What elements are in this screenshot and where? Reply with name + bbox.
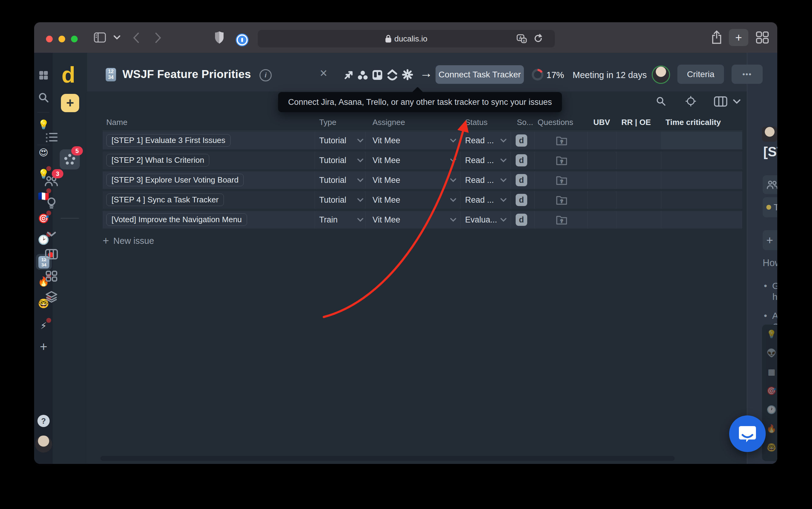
meeting-countdown[interactable]: Meeting in 12 days	[573, 70, 644, 80]
panel-status-pill[interactable]: T	[763, 197, 777, 217]
source-ducalis-badge[interactable]: d	[516, 174, 527, 186]
question-folder-icon[interactable]: ?	[556, 214, 567, 225]
issue-name[interactable]: [STEP 2] What Is Criterion	[106, 154, 209, 166]
chevron-down-icon[interactable]	[450, 138, 456, 143]
question-folder-icon[interactable]: ?	[556, 155, 567, 166]
chevron-down-icon[interactable]	[357, 217, 364, 222]
reload-icon[interactable]	[533, 34, 543, 43]
workspace-item-bolt[interactable]: ⚡	[38, 320, 49, 331]
col-name[interactable]: Name	[106, 117, 127, 127]
issue-name[interactable]: [STEP 3] Explore User Voting Board	[106, 174, 244, 186]
nav-teams[interactable]: 3	[43, 172, 60, 190]
assignee-value[interactable]: Vit Mee	[372, 215, 400, 225]
chevron-down-icon[interactable]	[450, 217, 456, 222]
source-ducalis-badge[interactable]: d	[516, 214, 527, 226]
source-ducalis-badge[interactable]: d	[516, 154, 527, 166]
tab-overview-icon[interactable]	[756, 31, 769, 43]
table-row[interactable]: [STEP 4 ] Sync a Task Tracker Tutorial V…	[103, 191, 742, 209]
chevron-down-icon[interactable]	[500, 138, 507, 143]
table-row[interactable]: [STEP 1] Evaluate 3 First Issues Tutoria…	[103, 132, 742, 149]
add-workspace-button[interactable]: +	[38, 341, 49, 353]
chevron-down-icon[interactable]	[450, 158, 456, 163]
layers-icon[interactable]	[43, 288, 60, 306]
chevron-down-icon[interactable]	[500, 178, 507, 182]
source-ducalis-badge[interactable]: d	[516, 194, 527, 206]
back-button[interactable]	[132, 32, 140, 43]
type-value[interactable]: Train	[319, 215, 338, 225]
type-value[interactable]: Tutorial	[319, 156, 346, 165]
chevron-down-icon[interactable]	[500, 217, 507, 222]
connect-task-tracker-button[interactable]: Connect Task Tracker	[436, 65, 524, 84]
onepassword-extension-icon[interactable]	[236, 34, 249, 46]
nav-boards-selected[interactable]: 5	[60, 149, 80, 169]
table-row[interactable]: [Voted] Improve the Navigation Menu Trai…	[103, 211, 742, 229]
issue-name[interactable]: [STEP 4 ] Sync a Task Tracker	[106, 194, 224, 206]
share-icon[interactable]	[711, 30, 723, 45]
col-questions[interactable]: Questions	[538, 117, 573, 127]
assignee-value[interactable]: Vit Mee	[372, 156, 400, 165]
new-issue-button[interactable]: + New issue	[103, 230, 742, 251]
info-icon[interactable]: i	[259, 69, 272, 81]
col-assignee[interactable]: Assignee	[372, 117, 405, 127]
type-value[interactable]: Tutorial	[319, 195, 346, 205]
status-value[interactable]: Read ...	[465, 176, 494, 185]
intercom-chat-button[interactable]	[729, 415, 766, 452]
col-type[interactable]: Type	[319, 117, 336, 127]
privacy-shield-icon[interactable]	[214, 31, 224, 44]
columns-view-icon[interactable]	[714, 96, 727, 107]
traffic-zoom-button[interactable]	[71, 36, 78, 42]
chevron-down-icon[interactable]	[357, 178, 364, 182]
new-tab-button[interactable]: +	[729, 29, 748, 46]
panel-people-button[interactable]	[763, 175, 777, 194]
criteria-button[interactable]: Criteria	[677, 65, 724, 84]
issue-name[interactable]: [STEP 1] Evaluate 3 First Issues	[106, 134, 230, 146]
sidebar-chevron-down-icon[interactable]	[113, 35, 121, 40]
question-folder-icon[interactable]: ?	[556, 135, 567, 146]
chevron-down-icon[interactable]	[500, 158, 507, 163]
source-ducalis-badge[interactable]: d	[516, 134, 527, 146]
issue-name[interactable]: [Voted] Improve the Navigation Menu	[106, 213, 247, 226]
url-bar[interactable]: ducalis.io Ax	[257, 30, 555, 48]
workspace-item-love[interactable]: 😍	[38, 146, 49, 158]
col-rr-oe[interactable]: RR | OE	[621, 117, 651, 127]
highlighted-cell[interactable]	[661, 132, 742, 149]
panel-add-button[interactable]: +	[763, 230, 777, 250]
col-source[interactable]: So...	[517, 117, 533, 127]
assignee-value[interactable]: Vit Mee	[372, 176, 400, 185]
table-row[interactable]: [STEP 3] Explore User Voting Board Tutor…	[103, 171, 742, 189]
chevron-down-icon[interactable]	[357, 198, 364, 202]
chevron-down-icon[interactable]	[500, 198, 507, 202]
status-value[interactable]: Read ...	[465, 136, 494, 145]
forward-button[interactable]	[154, 32, 162, 43]
translate-icon[interactable]: Ax	[517, 34, 527, 44]
nav-ideas-bulb-icon[interactable]	[43, 195, 60, 212]
col-status[interactable]: Status	[465, 117, 488, 127]
status-value[interactable]: Evalua...	[465, 215, 497, 225]
traffic-minimize-button[interactable]	[59, 36, 65, 42]
status-value[interactable]: Read ...	[465, 195, 494, 205]
backlog-list-icon[interactable]	[43, 128, 60, 146]
chevron-down-icon[interactable]	[357, 138, 364, 143]
chevron-down-icon[interactable]	[450, 178, 456, 182]
board-view-icon[interactable]	[43, 245, 60, 263]
help-button[interactable]: ?	[37, 415, 50, 427]
question-folder-icon[interactable]: ?	[556, 175, 567, 185]
focus-target-icon[interactable]	[685, 96, 696, 107]
columns-chevron-down-icon[interactable]	[733, 99, 741, 104]
question-folder-icon[interactable]: ?	[556, 195, 567, 205]
sidebar-toggle-icon[interactable]	[94, 32, 106, 43]
apps-grid-icon[interactable]	[38, 69, 49, 81]
horizontal-scrollbar[interactable]	[101, 456, 675, 461]
close-banner-icon[interactable]: ×	[320, 67, 327, 79]
table-search-icon[interactable]	[656, 96, 666, 106]
user-avatar[interactable]	[35, 436, 52, 453]
type-value[interactable]: Tutorial	[319, 176, 346, 185]
assignee-value[interactable]: Vit Mee	[372, 136, 400, 145]
more-options-button[interactable]: •••	[732, 65, 763, 84]
expand-chevron-icon[interactable]	[43, 225, 60, 243]
type-value[interactable]: Tutorial	[319, 136, 346, 145]
col-ubv[interactable]: UBV	[593, 117, 610, 127]
chevron-down-icon[interactable]	[450, 198, 456, 202]
table-row[interactable]: [STEP 2] What Is Criterion Tutorial Vit …	[103, 151, 742, 169]
col-time-criticality[interactable]: Time criticality	[665, 117, 721, 127]
